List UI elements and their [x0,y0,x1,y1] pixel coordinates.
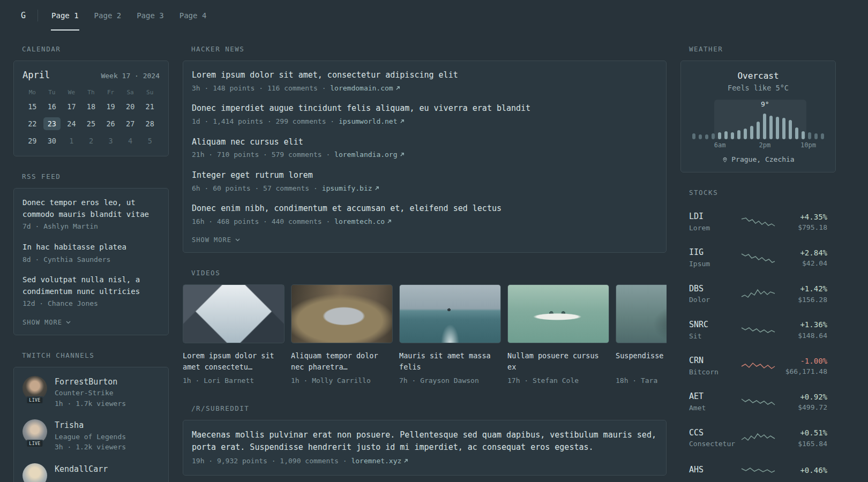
stock-name: Amet [689,403,741,413]
hn-story-meta: 6h · 60 points · 57 comments · ipsumify.… [192,183,657,194]
video-card[interactable]: Suspendisse diam 18h · Tara [616,284,667,386]
stock-row[interactable]: LDI Lorem +4.35% $795.18 [680,204,836,240]
video-card[interactable]: Lorem ipsum dolor sit amet consectetu… 1… [183,284,285,386]
video-card[interactable]: Nullam posuere cursus ex 17h · Stefan Co… [507,284,609,386]
hn-story-title[interactable]: Lorem ipsum dolor sit amet, consectetur … [192,70,657,81]
weather-card: Overcast Feels like 5°C 9° 6am2pm10pm Pr… [680,61,836,172]
twitch-section-title: TWITCH CHANNELS [22,351,169,359]
stock-values: +4.35% $795.18 [775,212,827,233]
stock-row[interactable]: IIG Ipsum +2.84% $42.04 [680,240,836,276]
channel-name[interactable]: KendallCarr [55,463,108,476]
page-tab[interactable]: Page 3 [136,0,164,31]
stock-id: AET Amet [689,391,741,413]
video-thumbnail[interactable] [399,284,501,343]
rss-item-title[interactable]: Sed volutpat nulla nisl, a condimentum n… [23,274,160,297]
video-meta: 7h · Grayson Dawson [399,375,501,386]
hackernews-list: Lorem ipsum dolor sit amet, consectetur … [192,70,657,227]
channel-category[interactable]: Counter-Strike [55,388,126,398]
video-title[interactable]: Suspendisse diam [616,350,667,373]
stock-values: +2.84% $42.04 [775,247,827,269]
stock-symbol: LDI [689,211,741,223]
stock-change: +2.84% [775,247,827,258]
location-pin-icon [722,156,728,163]
external-link-icon [403,458,408,463]
subreddit-section-title: /R/SUBREDDIT [191,404,667,412]
rss-item-meta: 8d · Cynthia Saunders [23,254,160,265]
calendar-day: 16 [42,100,62,113]
calendar-day: 29 [23,134,42,147]
calendar-week-label: Week 17 · 2024 [101,72,160,80]
channel-category[interactable]: League of Legends [55,432,126,442]
hn-story-title[interactable]: Donec imperdiet augue tincidunt felis al… [192,103,657,115]
channel-name[interactable]: Trisha [55,419,126,432]
stock-sparkline [741,431,775,445]
video-title[interactable]: Lorem ipsum dolor sit amet consectetu… [183,350,285,373]
stock-change: +1.42% [775,283,827,294]
stock-row[interactable]: AET Amet +0.92% $499.72 [680,384,836,420]
live-badge: LIVE [26,396,43,404]
stock-row[interactable]: CCS Consectetur +0.51% $165.84 [680,420,836,456]
post-title[interactable]: Maecenas mollis pulvinar erat non posuer… [192,429,657,454]
rss-item: Sed volutpat nulla nisl, a condimentum n… [23,274,160,309]
page-tab[interactable]: Page 4 [179,0,207,31]
hn-story: Donec enim nibh, condimentum et accumsan… [192,203,657,227]
time-axis: 6am2pm10pm [692,141,824,150]
hour-bar [776,117,779,139]
twitch-channel[interactable]: LIVE ForrestBurton Counter-Strike 1h · 1… [23,376,160,409]
stock-row[interactable]: AHS +0.46% [680,456,836,482]
app-logo[interactable]: G [13,0,28,31]
hn-story-stats: 1d · 1,414 points · 299 comments · [192,117,339,125]
calendar-day: 20 [121,100,140,113]
hn-story: Integer eget rutrum lorem 6h · 60 points… [192,170,657,193]
hn-source-link[interactable]: loremtech.co [334,217,392,225]
stock-values: +0.92% $499.72 [775,391,827,413]
twitch-channel[interactable]: LIVE KendallCarr [23,463,160,482]
hn-show-more-button[interactable]: SHOW MORE [192,236,240,244]
hn-story-title[interactable]: Donec enim nibh, condimentum et accumsan… [192,203,657,215]
stock-row[interactable]: DBS Dolor +1.42% $156.28 [680,276,836,312]
rss-show-more-button[interactable]: SHOW MORE [23,319,71,326]
nav-divider [38,10,38,21]
calendar-weekday-row: MoTuWeThFrSaSu [23,89,160,96]
hn-source-link[interactable]: ipsumify.biz [322,184,379,192]
page-tab[interactable]: Page 1 [51,0,79,31]
calendar-day: 1 [62,134,81,147]
video-card[interactable]: Mauris sit amet massa felis 7h · Grayson… [399,284,501,386]
video-title[interactable]: Mauris sit amet massa felis [399,350,501,373]
video-title[interactable]: Aliquam tempor dolor nec pharetra… [291,350,393,373]
post-source-link[interactable]: loremnet.xyz [351,457,408,465]
stock-row[interactable]: SNRC Sit +1.36% $148.64 [680,312,836,348]
weekday-label: Th [81,89,101,96]
hour-bar [763,114,766,139]
video-thumbnail[interactable] [507,284,609,343]
hn-source-link[interactable]: loremdomain.com [330,84,400,92]
hn-story-title[interactable]: Integer eget rutrum lorem [192,170,657,182]
calendar-day: 5 [140,134,160,147]
hn-story-title[interactable]: Aliquam nec cursus elit [192,137,657,148]
stock-symbol: CCS [689,427,741,439]
right-column: WEATHER Overcast Feels like 5°C 9° 6am2p… [680,45,836,482]
stock-id: AHS [689,464,741,476]
video-thumbnail[interactable] [183,284,285,343]
peak-temperature-label: 9° [761,100,769,108]
time-label: 10pm [800,141,816,149]
video-thumbnail[interactable] [616,284,667,343]
hn-story-stats: 16h · 468 points · 440 comments · [192,217,334,225]
twitch-channel[interactable]: LIVE Trisha League of Legends 3h · 1.2k … [23,419,160,453]
stock-id: LDI Lorem [689,211,741,233]
stock-name: Lorem [689,223,741,234]
stock-price: $148.64 [775,330,827,341]
hn-source-link[interactable]: loremlandia.org [334,150,404,159]
hour-bar [757,122,760,139]
dashboard: CALENDAR April Week 17 · 2024 MoTuWeThFr… [0,31,868,482]
page-tab[interactable]: Page 2 [94,0,122,31]
stock-row[interactable]: CRN Bitcorn -1.00% $66,171.48 [680,348,836,384]
hn-source-link[interactable]: ipsumworld.net [339,117,405,125]
rss-item-title[interactable]: In hac habitasse platea [23,242,160,253]
video-thumbnail[interactable] [291,284,393,343]
rss-item-title[interactable]: Donec tempor eros leo, ut commodo mauris… [23,197,160,220]
channel-name[interactable]: ForrestBurton [55,376,126,388]
video-card[interactable]: Aliquam tempor dolor nec pharetra… 1h · … [291,284,393,386]
stock-price: $165.84 [775,439,827,449]
video-title[interactable]: Nullam posuere cursus ex [507,350,609,373]
